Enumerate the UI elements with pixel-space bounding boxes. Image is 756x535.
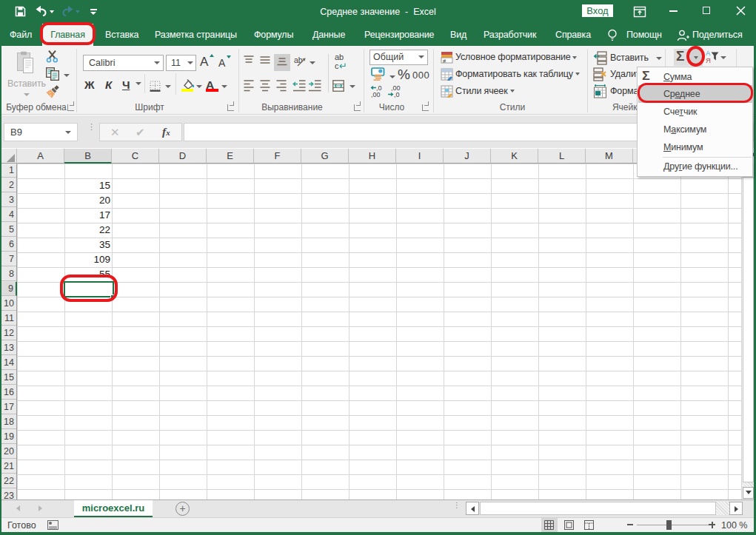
svg-text:,00: ,00 — [371, 91, 381, 98]
svg-text:,0: ,0 — [394, 91, 400, 98]
svg-text:ab: ab — [335, 53, 344, 61]
svg-text:c: c — [335, 61, 339, 70]
svg-text:ab: ab — [294, 55, 303, 64]
svg-text:≠: ≠ — [443, 58, 446, 64]
